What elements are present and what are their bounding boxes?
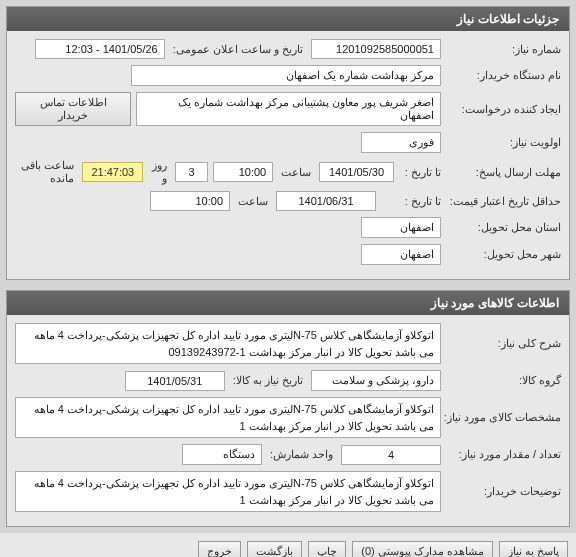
remaining-word: ساعت باقی مانده: [15, 159, 77, 185]
need-details-section: جزئیات اطلاعات نیاز شماره نیاز: 12010925…: [6, 6, 570, 280]
need-date-value: 1401/05/31: [125, 371, 225, 391]
price-validity-label: حداقل تاریخ اعتبار قیمت:: [446, 195, 561, 208]
delivery-province-label: استان محل تحویل:: [446, 221, 561, 234]
price-validity-date: 1401/06/31: [276, 191, 376, 211]
goods-spec-label: مشخصات کالای مورد نیاز:: [446, 411, 561, 424]
reply-to-need-button[interactable]: پاسخ به نیاز: [499, 541, 568, 557]
remaining-days-word: روز و: [148, 159, 170, 185]
goods-info-section: اطلاعات کالاهای مورد نیاز شرح کلی نیاز: …: [6, 290, 570, 527]
qty-label: تعداد / مقدار مورد نیاز:: [446, 448, 561, 461]
section1-header: جزئیات اطلاعات نیاز: [7, 7, 569, 31]
time-label-1: ساعت: [278, 166, 314, 179]
footer-toolbar: پاسخ به نیاز مشاهده مدارک پیوستی (0) چاپ…: [0, 533, 576, 557]
section2-header: اطلاعات کالاهای مورد نیاز: [7, 291, 569, 315]
to-date-label-1: تا تاریخ :: [399, 166, 441, 179]
priority-value: فوری: [361, 132, 441, 153]
need-no-value: 1201092585000051: [311, 39, 441, 59]
announce-datetime-value: 1401/05/26 - 12:03: [35, 39, 165, 59]
price-validity-time: 10:00: [150, 191, 230, 211]
back-button[interactable]: بازگشت: [247, 541, 302, 557]
goods-group-label: گروه کالا:: [446, 374, 561, 387]
delivery-province-value: اصفهان: [361, 217, 441, 238]
print-button[interactable]: چاپ: [308, 541, 346, 557]
goods-group-value: دارو، پزشکی و سلامت: [311, 370, 441, 391]
time-label-2: ساعت: [235, 195, 271, 208]
qty-value: 4: [341, 445, 441, 465]
need-desc-label: شرح کلی نیاز:: [446, 337, 561, 350]
delivery-city-label: شهر محل تحویل:: [446, 248, 561, 261]
deadline-reply-time: 10:00: [213, 162, 273, 182]
requester-value: اصغر شریف پور معاون پشتیبانی مرکز بهداشت…: [136, 92, 441, 126]
countdown-timer: 21:47:03: [82, 162, 143, 182]
need-no-label: شماره نیاز:: [446, 43, 561, 56]
buyer-notes-label: توضیحات خریدار:: [446, 485, 561, 498]
buyer-org-label: نام دستگاه خریدار:: [446, 69, 561, 82]
contact-buyer-button[interactable]: اطلاعات تماس خریدار: [15, 92, 131, 126]
requester-label: ایجاد کننده درخواست:: [446, 103, 561, 116]
to-date-label-2: تا تاریخ :: [381, 195, 441, 208]
buyer-org-value: مرکز بهداشت شماره یک اصفهان: [131, 65, 441, 86]
deadline-reply-label: مهلت ارسال پاسخ:: [446, 166, 561, 179]
view-attachments-button[interactable]: مشاهده مدارک پیوستی (0): [352, 541, 493, 557]
announce-datetime-label: تاریخ و ساعت اعلان عمومی:: [170, 43, 306, 56]
remaining-days: 3: [175, 162, 207, 182]
need-desc-value: اتوکلاو آزمایشگاهی کلاس N-75لیتری مورد ت…: [15, 323, 441, 364]
buyer-notes-value: اتوکلاو آزمایشگاهی کلاس N-75لیتری مورد ت…: [15, 471, 441, 512]
exit-button[interactable]: خروج: [198, 541, 241, 557]
need-date-label: تاریخ نیاز به کالا:: [230, 374, 306, 387]
goods-spec-value: اتوکلاو آزمایشگاهی کلاس N-75لیتری مورد ت…: [15, 397, 441, 438]
deadline-reply-date: 1401/05/30: [319, 162, 394, 182]
unit-value: دستگاه: [182, 444, 262, 465]
unit-label: واحد شمارش:: [267, 448, 336, 461]
delivery-city-value: اصفهان: [361, 244, 441, 265]
priority-label: اولویت نیاز:: [446, 136, 561, 149]
